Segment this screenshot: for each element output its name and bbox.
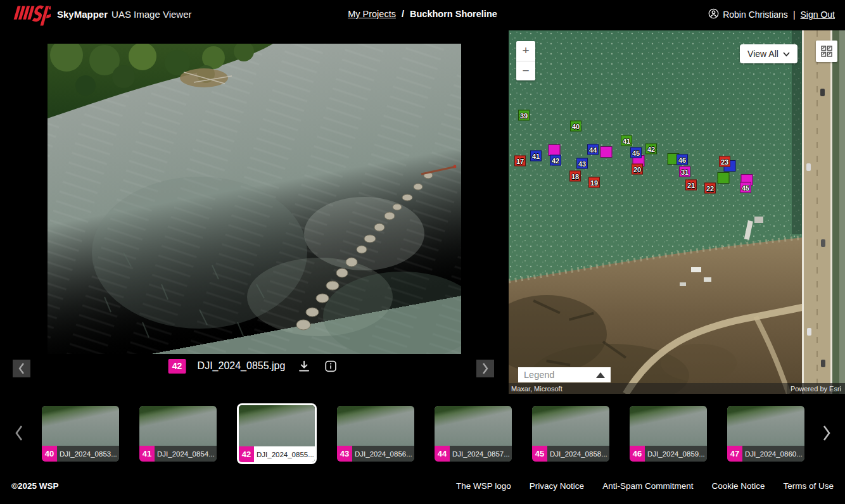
map-marker-square[interactable] (600, 146, 613, 158)
footer-link[interactable]: Privacy Notice (530, 481, 584, 491)
user-menu: Robin Christians | Sign Out (708, 8, 835, 21)
thumbnail-41[interactable]: 41DJI_2024_0854... (139, 406, 217, 462)
thumbnail-label: 42DJI_2024_0855... (239, 446, 315, 462)
collapse-triangle-icon (596, 372, 605, 378)
download-button[interactable] (296, 358, 312, 374)
thumbnail-strip: 40DJI_2024_0853...41DJI_2024_0854...42DJ… (0, 399, 845, 472)
map-marker-41[interactable]: 41 (621, 135, 632, 146)
user-divider: | (793, 9, 796, 20)
thumbnail-filename: DJI_2024_0859... (645, 450, 705, 458)
thumbnail-number-badge: 47 (727, 446, 742, 462)
user-name: Robin Christians (723, 9, 788, 20)
view-all-label: View All (747, 49, 778, 59)
thumbnail-number-badge: 41 (139, 446, 155, 462)
map-marker-43[interactable]: 43 (576, 158, 588, 169)
wsp-logo (10, 4, 51, 29)
map-marker-42[interactable]: 42 (645, 144, 657, 154)
thumbnail-list: 40DJI_2024_0853...41DJI_2024_0854...42DJ… (42, 403, 825, 465)
thumbnail-filename: DJI_2024_0855... (254, 451, 314, 458)
thumbnail-number-badge: 40 (42, 446, 57, 462)
footer-links: The WSP logoPrivacy NoticeAnti-Spam Comm… (456, 481, 834, 491)
grid-icon (821, 46, 832, 57)
thumbnail-label: 40DJI_2024_0853... (42, 446, 119, 462)
map-marker-41[interactable]: 41 (530, 151, 542, 161)
image-filename: DJI_2024_0855.jpg (198, 360, 286, 372)
map-marker-45[interactable]: 45 (740, 182, 751, 193)
previous-image-button[interactable] (13, 360, 30, 377)
map-marker-45[interactable]: 45 (630, 148, 642, 158)
thumbnail-label: 43DJI_2024_0856... (337, 446, 414, 462)
map-marker-42[interactable]: 42 (550, 155, 561, 166)
image-caption: 42 DJI_2024_0855.jpg (168, 358, 339, 374)
thumbnail-filename: DJI_2024_0860... (742, 450, 803, 458)
sign-out-link[interactable]: Sign Out (801, 9, 835, 20)
breadcrumb: My Projects / Buckhorn Shoreline (348, 9, 497, 19)
zoom-out-button[interactable]: − (516, 61, 535, 81)
basemap-grid-button[interactable] (816, 41, 837, 62)
map-marker-21[interactable]: 21 (685, 180, 697, 191)
footer-link[interactable]: Anti-Spam Commitment (602, 481, 693, 491)
user-avatar-icon (708, 8, 719, 21)
thumbnail-number-badge: 44 (435, 446, 450, 462)
legend-toggle[interactable]: Legend (518, 367, 611, 382)
map-marker-19[interactable]: 19 (588, 177, 600, 188)
chevron-down-icon (783, 52, 790, 56)
thumbnail-label: 47DJI_2024_0860... (727, 446, 804, 462)
map-marker-40[interactable]: 40 (570, 121, 581, 132)
thumbnail-label: 46DJI_2024_0859... (630, 446, 707, 462)
thumbnail-46[interactable]: 46DJI_2024_0859... (630, 406, 707, 462)
map-marker-20[interactable]: 20 (632, 164, 643, 175)
map-marker-23[interactable]: 23 (719, 156, 730, 167)
map-marker-39[interactable]: 39 (518, 110, 530, 121)
zoom-in-button[interactable]: + (516, 41, 535, 61)
copyright-text: ©2025 WSP (11, 481, 58, 491)
thumbnail-filename: DJI_2024_0858... (547, 450, 607, 458)
thumbnail-45[interactable]: 45DJI_2024_0858... (532, 406, 609, 462)
map-marker-31[interactable]: 31 (679, 167, 690, 177)
thumbnail-number-badge: 45 (532, 446, 547, 462)
thumbnail-43[interactable]: 43DJI_2024_0856... (337, 406, 414, 462)
powered-by-esri: Powered by Esri (787, 383, 845, 394)
map-marker-22[interactable]: 22 (704, 183, 716, 194)
map-marker-square[interactable] (549, 144, 561, 156)
app-name: SkyMapper (57, 9, 108, 20)
footer-link[interactable]: Cookie Notice (711, 481, 765, 491)
page-footer: ©2025 WSP The WSP logoPrivacy NoticeAnti… (0, 472, 845, 504)
app-subtitle: UAS Image Viewer (111, 9, 191, 20)
attribution-providers: Maxar, Microsoft (509, 385, 562, 393)
top-header: SkyMapperUAS Image Viewer My Projects / … (0, 0, 845, 30)
next-image-button[interactable] (476, 360, 494, 377)
image-viewer-panel: 42 DJI_2024_0855.jpg (0, 30, 509, 399)
footer-link[interactable]: Terms of Use (783, 481, 834, 491)
thumbnail-number-badge: 42 (239, 446, 254, 462)
thumbnail-label: 45DJI_2024_0858... (532, 446, 609, 462)
legend-label: Legend (524, 370, 554, 380)
thumbnails-scroll-left-button[interactable] (11, 422, 27, 444)
footer-link[interactable]: The WSP logo (456, 481, 511, 491)
thumbnail-44[interactable]: 44DJI_2024_0857... (435, 406, 512, 462)
breadcrumb-current-project: Buckhorn Shoreline (410, 9, 497, 19)
main-drone-image (48, 44, 461, 354)
thumbnails-scroll-right-button[interactable] (819, 422, 834, 444)
app-title: SkyMapperUAS Image Viewer (57, 9, 192, 20)
thumbnail-42[interactable]: 42DJI_2024_0855... (237, 403, 317, 464)
map-panel[interactable]: 39404142174142444318194520463123212245 +… (509, 30, 845, 394)
thumbnail-40[interactable]: 40DJI_2024_0853... (42, 406, 119, 462)
breadcrumb-my-projects-link[interactable]: My Projects (348, 9, 396, 19)
map-markers: 39404142174142444318194520463123212245 (509, 30, 845, 394)
image-info-button[interactable] (323, 358, 338, 374)
thumbnail-label: 44DJI_2024_0857... (435, 446, 512, 462)
thumbnail-47[interactable]: 47DJI_2024_0860... (727, 406, 804, 462)
map-marker-18[interactable]: 18 (569, 171, 581, 182)
map-marker-17[interactable]: 17 (514, 156, 526, 167)
breadcrumb-separator: / (402, 9, 404, 19)
thumbnail-number-badge: 46 (630, 446, 645, 462)
thumbnail-label: 41DJI_2024_0854... (139, 446, 217, 462)
thumbnail-filename: DJI_2024_0853... (57, 450, 117, 458)
map-marker-square[interactable] (718, 172, 730, 184)
view-all-dropdown[interactable]: View All (740, 44, 797, 63)
map-marker-44[interactable]: 44 (587, 144, 599, 155)
thumbnail-number-badge: 43 (337, 446, 352, 462)
map-attribution: Maxar, Microsoft Powered by Esri (509, 383, 845, 394)
map-marker-46[interactable]: 46 (677, 154, 688, 165)
